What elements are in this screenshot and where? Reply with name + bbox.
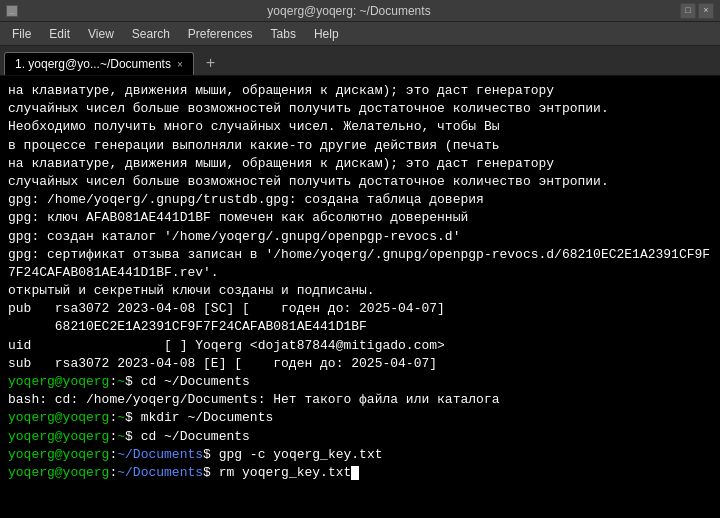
terminal-line: случайных чисел больше возможностей полу… <box>8 100 712 118</box>
menu-item-file[interactable]: File <box>4 25 39 43</box>
menu-item-edit[interactable]: Edit <box>41 25 78 43</box>
menu-item-help[interactable]: Help <box>306 25 347 43</box>
menubar: FileEditViewSearchPreferencesTabsHelp <box>0 22 720 46</box>
terminal-line: gpg: ключ AFAB081AE441D1BF помечен как а… <box>8 209 712 227</box>
active-tab[interactable]: 1. yoqerg@yo...~/Documents × <box>4 52 194 75</box>
terminal-line: yoqerg@yoqerg:~$ cd ~/Documents <box>8 428 712 446</box>
tabbar: 1. yoqerg@yo...~/Documents × + <box>0 46 720 76</box>
titlebar: _ yoqerg@yoqerg: ~/Documents □ × <box>0 0 720 22</box>
terminal-cursor <box>351 466 359 480</box>
terminal-line: открытый и секретный ключи созданы и под… <box>8 282 712 300</box>
terminal-line: uid [ ] Yoqerg <dojat87844@mitigado.com> <box>8 337 712 355</box>
terminal-line: yoqerg@yoqerg:~$ cd ~/Documents <box>8 373 712 391</box>
terminal-line: yoqerg@yoqerg:~$ mkdir ~/Documents <box>8 409 712 427</box>
terminal-line: случайных чисел больше возможностей полу… <box>8 173 712 191</box>
minimize-button[interactable]: _ <box>6 5 18 17</box>
terminal-line: в процессе генерации выполняли какие-то … <box>8 137 712 155</box>
titlebar-right: □ × <box>680 3 714 19</box>
terminal-line: Необходимо получить много случайных чисе… <box>8 118 712 136</box>
menu-item-view[interactable]: View <box>80 25 122 43</box>
tab-close-button[interactable]: × <box>177 59 183 70</box>
terminal-line: yoqerg@yoqerg:~/Documents$ gpg -c yoqerg… <box>8 446 712 464</box>
terminal-line: yoqerg@yoqerg:~/Documents$ rm yoqerg_key… <box>8 464 712 482</box>
new-tab-button[interactable]: + <box>198 53 224 75</box>
menu-item-tabs[interactable]: Tabs <box>263 25 304 43</box>
terminal-line: на клавиатуре, движения мыши, обращения … <box>8 82 712 100</box>
terminal-line: 68210EC2E1A2391CF9F7F24CAFAB081AE441D1BF <box>8 318 712 336</box>
menu-item-search[interactable]: Search <box>124 25 178 43</box>
tab-label: 1. yoqerg@yo...~/Documents <box>15 57 171 71</box>
maximize-button[interactable]: □ <box>680 3 696 19</box>
terminal-line: gpg: сертификат отзыва записан в '/home/… <box>8 246 712 282</box>
terminal-line: sub rsa3072 2023-04-08 [E] [ годен до: 2… <box>8 355 712 373</box>
menu-item-preferences[interactable]: Preferences <box>180 25 261 43</box>
terminal-line: bash: cd: /home/yoqerg/Documents: Нет та… <box>8 391 712 409</box>
terminal-line: pub rsa3072 2023-04-08 [SC] [ годен до: … <box>8 300 712 318</box>
terminal-line: на клавиатуре, движения мыши, обращения … <box>8 155 712 173</box>
titlebar-left: _ <box>6 5 18 17</box>
titlebar-title: yoqerg@yoqerg: ~/Documents <box>18 4 680 18</box>
terminal-line: gpg: создан каталог '/home/yoqerg/.gnupg… <box>8 228 712 246</box>
terminal-line: gpg: /home/yoqerg/.gnupg/trustdb.gpg: со… <box>8 191 712 209</box>
terminal[interactable]: на клавиатуре, движения мыши, обращения … <box>0 76 720 518</box>
close-button[interactable]: × <box>698 3 714 19</box>
